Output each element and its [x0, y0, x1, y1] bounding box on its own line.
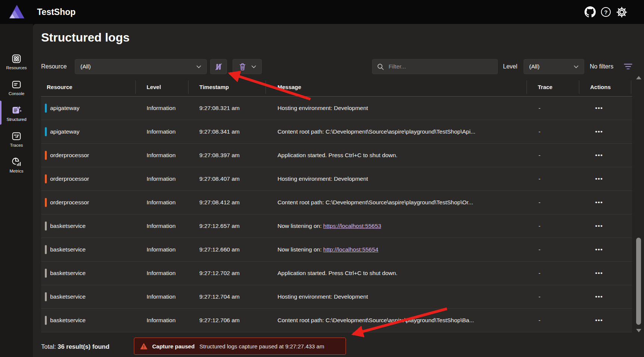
log-resource: apigateway: [50, 120, 79, 143]
row-actions-button[interactable]: •••: [592, 120, 607, 143]
log-resource: basketservice: [50, 285, 86, 308]
resource-color-indicator: [45, 245, 47, 254]
log-row[interactable]: apigatewayInformation9:27:08.321 amHosti…: [41, 97, 632, 120]
log-trace: -: [539, 285, 540, 308]
log-row[interactable]: basketserviceInformation9:27:12.706 amCo…: [41, 309, 632, 332]
log-row[interactable]: apigatewayInformation9:27:08.341 amConte…: [41, 120, 632, 144]
row-actions-button[interactable]: •••: [592, 238, 607, 261]
column-header-level[interactable]: Level: [147, 78, 161, 97]
search-icon: [377, 63, 384, 70]
log-level: Information: [147, 214, 176, 238]
github-icon[interactable]: [585, 6, 596, 18]
structured-logs-icon: [12, 105, 22, 115]
console-logs-icon: [12, 80, 21, 89]
log-trace: -: [539, 120, 540, 143]
localhost-link[interactable]: https://localhost:55653: [323, 223, 381, 229]
log-trace: -: [539, 238, 540, 261]
sidebar-item-label: Resources: [6, 65, 27, 70]
log-level: Information: [147, 285, 176, 308]
log-row[interactable]: basketserviceInformation9:27:12.702 amAp…: [41, 262, 632, 285]
trash-icon: [239, 62, 246, 71]
log-message: Application started. Press Ctrl+C to shu…: [277, 144, 398, 167]
column-divider: [266, 80, 266, 94]
row-actions-button[interactable]: •••: [592, 191, 607, 214]
column-header-message[interactable]: Message: [277, 78, 301, 97]
log-row[interactable]: basketserviceInformation9:27:12.657 amNo…: [41, 214, 632, 238]
pause-capture-button[interactable]: [210, 59, 227, 74]
resource-filter-value: (All): [80, 63, 91, 70]
help-icon[interactable]: ?: [600, 6, 611, 18]
log-message: Hosting environment: Development: [277, 285, 368, 308]
row-actions-button[interactable]: •••: [592, 144, 607, 167]
scrollbar-down-arrow[interactable]: [636, 329, 641, 332]
log-timestamp: 9:27:12.704 am: [199, 285, 240, 308]
scrollbar-up-arrow[interactable]: [636, 76, 641, 79]
resource-color-indicator: [45, 198, 47, 207]
resource-color-indicator: [45, 151, 47, 160]
no-filters-status: No filters: [590, 59, 613, 74]
resource-filter-dropdown[interactable]: (All): [75, 59, 207, 74]
row-actions-button[interactable]: •••: [592, 309, 607, 332]
log-resource: basketservice: [50, 262, 86, 285]
log-filter-searchbox[interactable]: [372, 59, 498, 74]
log-resource: apigateway: [50, 97, 79, 120]
localhost-link[interactable]: http://localhost:55654: [323, 246, 378, 253]
row-actions-button[interactable]: •••: [592, 262, 607, 285]
log-level: Information: [147, 191, 176, 214]
column-divider: [631, 80, 631, 94]
log-resource: basketservice: [50, 214, 86, 238]
row-actions-button[interactable]: •••: [592, 214, 607, 238]
resource-color-indicator: [45, 316, 47, 325]
sidebar-item-label: Metrics: [9, 169, 23, 173]
clear-logs-split-button[interactable]: [233, 59, 262, 74]
log-row[interactable]: basketserviceInformation9:27:12.704 amHo…: [41, 285, 632, 309]
column-header-timestamp[interactable]: Timestamp: [199, 78, 229, 97]
log-resource: orderprocessor: [50, 191, 89, 214]
sidebar-item-resources[interactable]: Resources: [0, 50, 33, 73]
log-level: Information: [147, 262, 176, 285]
log-timestamp: 9:27:12.660 am: [199, 238, 240, 261]
column-header-resource[interactable]: Resource: [47, 78, 72, 97]
sidebar-item-console[interactable]: Console: [0, 76, 33, 99]
log-timestamp: 9:27:12.657 am: [199, 214, 240, 238]
chevron-down-icon: [196, 65, 201, 68]
log-message: Application started. Press Ctrl+C to shu…: [277, 262, 398, 285]
settings-gear-icon[interactable]: [616, 6, 627, 18]
resource-color-indicator: [45, 269, 47, 278]
level-filter-label: Level: [503, 59, 517, 74]
row-actions-button[interactable]: •••: [592, 167, 607, 190]
column-header-trace[interactable]: Trace: [538, 78, 552, 97]
trash-dropdown-chevron-icon[interactable]: [251, 65, 256, 68]
column-divider: [188, 80, 188, 94]
filter-panel-button[interactable]: [624, 63, 632, 71]
sidebar-item-traces[interactable]: Traces: [0, 128, 33, 151]
level-filter-dropdown[interactable]: (All): [524, 59, 584, 74]
row-actions-button[interactable]: •••: [592, 285, 607, 308]
total-results: Total: 36 result(s) found: [41, 338, 109, 355]
column-header-actions[interactable]: Actions: [590, 78, 611, 97]
log-trace: -: [539, 262, 540, 285]
filter-input[interactable]: [388, 63, 493, 70]
log-level: Information: [147, 309, 176, 332]
resource-color-indicator: [45, 127, 47, 136]
log-row[interactable]: orderprocessorInformation9:27:08.397 amA…: [41, 144, 632, 167]
metrics-icon: [12, 157, 21, 167]
aspire-logo-icon: [9, 4, 25, 19]
warning-icon: [140, 343, 147, 350]
sidebar-item-structured[interactable]: Structured: [0, 102, 33, 125]
log-row[interactable]: basketserviceInformation9:27:12.660 amNo…: [41, 238, 632, 262]
resource-color-indicator: [45, 104, 47, 113]
log-trace: -: [539, 309, 540, 332]
log-message: Content root path: C:\Development\Source…: [277, 309, 474, 332]
log-level: Information: [147, 167, 176, 190]
chevron-down-icon: [574, 65, 579, 68]
pause-slash-icon: [214, 62, 223, 71]
sidebar-item-metrics[interactable]: Metrics: [0, 153, 33, 177]
scrollbar-thumb[interactable]: [636, 238, 641, 325]
log-trace: -: [539, 167, 540, 190]
log-level: Information: [147, 97, 176, 120]
log-row[interactable]: orderprocessorInformation9:27:08.407 amH…: [41, 167, 632, 191]
resource-color-indicator: [45, 222, 47, 231]
row-actions-button[interactable]: •••: [592, 97, 607, 120]
log-row[interactable]: orderprocessorInformation9:27:08.412 amC…: [41, 191, 632, 214]
